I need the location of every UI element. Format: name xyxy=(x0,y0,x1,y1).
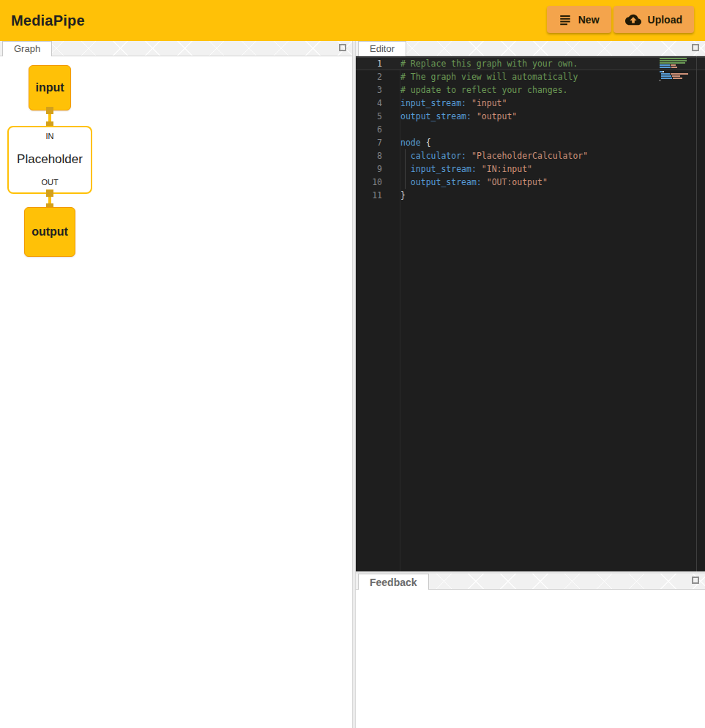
code-token-plain xyxy=(466,98,471,108)
code-text xyxy=(382,123,400,136)
minimap-segment xyxy=(661,73,670,75)
code-line[interactable]: 7node { xyxy=(356,136,705,149)
graph-node-output-label: output xyxy=(31,225,68,239)
graph-port-input-bottom xyxy=(46,107,53,114)
minimap-segment xyxy=(671,73,688,75)
feedback-panel: Feedback xyxy=(356,574,705,728)
code-token-string: "input" xyxy=(471,98,507,108)
editor-tabstrip: Editor xyxy=(356,41,705,56)
editor-minimap[interactable] xyxy=(660,58,689,82)
indent-guide xyxy=(405,149,406,189)
code-line[interactable]: 11} xyxy=(356,189,705,202)
code-text: # Replace this graph with your own. xyxy=(382,58,578,70)
code-token-key: calculator: xyxy=(411,151,466,161)
line-number: 2 xyxy=(356,70,382,83)
line-number: 5 xyxy=(356,110,382,123)
graph-panel: Graph input IN Placeholder OUT output xyxy=(0,41,352,728)
code-line[interactable]: 8 calculator: "PlaceholderCalculator" xyxy=(356,149,705,162)
minimap-segment xyxy=(660,64,670,66)
minimap-segment xyxy=(661,78,672,79)
minimap-segment xyxy=(660,80,660,81)
line-number: 3 xyxy=(356,83,382,97)
minimap-line xyxy=(660,71,689,72)
upload-button-label: Upload xyxy=(648,14,682,26)
code-token-plain xyxy=(477,164,482,174)
code-text: # update to reflect your changes. xyxy=(382,83,567,97)
minimap-segment xyxy=(672,75,680,77)
graph-port-node-out xyxy=(46,189,53,197)
code-token-plain: } xyxy=(400,190,406,200)
editor-scrollbar[interactable] xyxy=(696,56,697,571)
minimap-line xyxy=(660,73,689,75)
graph-tabstrip: Graph xyxy=(0,41,352,56)
minimap-segment xyxy=(671,64,676,66)
code-token-key: input_stream: xyxy=(400,98,466,108)
code-line[interactable]: 9 input_stream: "IN:input" xyxy=(356,162,705,176)
code-line[interactable]: 3# update to reflect your changes. xyxy=(356,83,705,97)
line-number: 9 xyxy=(356,162,382,176)
graph-node-output[interactable]: output xyxy=(24,207,75,257)
code-token-plain: { xyxy=(421,138,431,148)
minimap-line xyxy=(660,80,689,81)
new-graph-list-icon xyxy=(559,13,572,26)
page-title: MediaPipe xyxy=(11,12,85,29)
code-token-key: output_stream: xyxy=(400,111,471,121)
code-line[interactable]: 10 output_stream: "OUT:output" xyxy=(356,176,705,189)
code-token-string: "PlaceholderCalculator" xyxy=(471,151,588,161)
header-actions: New Upload xyxy=(547,6,694,33)
feedback-maximize-icon[interactable] xyxy=(692,577,699,584)
code-text: output_stream: "output" xyxy=(382,110,517,123)
minimap-segment xyxy=(660,60,687,61)
graph-node-placeholder[interactable]: IN Placeholder OUT xyxy=(7,126,92,194)
graph-node-placeholder-title: Placeholder xyxy=(17,152,83,167)
mediapipe-visualizer-app: MediaPipe New xyxy=(0,0,705,728)
minimap-segment xyxy=(660,67,671,68)
graph-port-out-label: OUT xyxy=(41,178,58,187)
code-text: output_stream: "OUT:output" xyxy=(382,176,548,189)
code-text: } xyxy=(382,189,406,202)
minimap-segment xyxy=(663,71,664,72)
feedback-content xyxy=(356,590,705,728)
new-button-label: New xyxy=(578,14,600,26)
code-text: # The graph view will automatically xyxy=(382,70,578,83)
code-line[interactable]: 5output_stream: "output" xyxy=(356,110,705,123)
cloud-upload-icon xyxy=(625,12,641,28)
graph-node-input[interactable]: input xyxy=(29,65,71,110)
code-token-string: "output" xyxy=(477,111,517,121)
line-number: 11 xyxy=(356,189,382,202)
code-token-plain xyxy=(471,111,477,121)
minimap-segment xyxy=(661,75,671,77)
graph-canvas[interactable]: input IN Placeholder OUT output xyxy=(0,56,352,728)
graph-port-in-label: IN xyxy=(46,132,54,140)
app-header: MediaPipe New xyxy=(0,0,705,41)
code-token-comment: # update to reflect your changes. xyxy=(400,85,567,95)
feedback-tabstrip: Feedback xyxy=(356,574,705,590)
code-token-key: output_stream: xyxy=(411,177,482,187)
line-number: 10 xyxy=(356,176,382,189)
minimap-segment xyxy=(671,67,677,68)
line-number: 4 xyxy=(356,97,382,110)
code-line[interactable]: 4input_stream: "input" xyxy=(356,97,705,110)
graph-node-input-label: input xyxy=(35,81,64,94)
code-line[interactable]: 6 xyxy=(356,123,705,136)
upload-button[interactable]: Upload xyxy=(613,6,694,33)
code-text: node { xyxy=(382,136,431,149)
editor-maximize-icon[interactable] xyxy=(692,44,699,51)
tab-graph[interactable]: Graph xyxy=(2,41,52,56)
code-token-plain xyxy=(466,151,471,161)
minimap-segment xyxy=(660,58,687,59)
code-line[interactable]: 2# The graph view will automatically xyxy=(356,70,705,83)
code-token-comment: # The graph view will automatically xyxy=(400,72,578,82)
code-token-plain xyxy=(482,177,487,187)
code-line[interactable]: 1# Replace this graph with your own. xyxy=(356,57,705,70)
line-number: 8 xyxy=(356,149,382,162)
graph-maximize-icon[interactable] xyxy=(339,44,346,51)
minimap-line xyxy=(660,67,689,68)
minimap-line xyxy=(660,64,689,66)
minimap-line xyxy=(660,75,689,77)
minimap-segment xyxy=(673,78,682,79)
tab-editor[interactable]: Editor xyxy=(358,41,406,56)
new-button[interactable]: New xyxy=(547,6,611,33)
code-editor[interactable]: 1# Replace this graph with your own.2# T… xyxy=(356,56,705,571)
tab-feedback[interactable]: Feedback xyxy=(358,574,429,590)
